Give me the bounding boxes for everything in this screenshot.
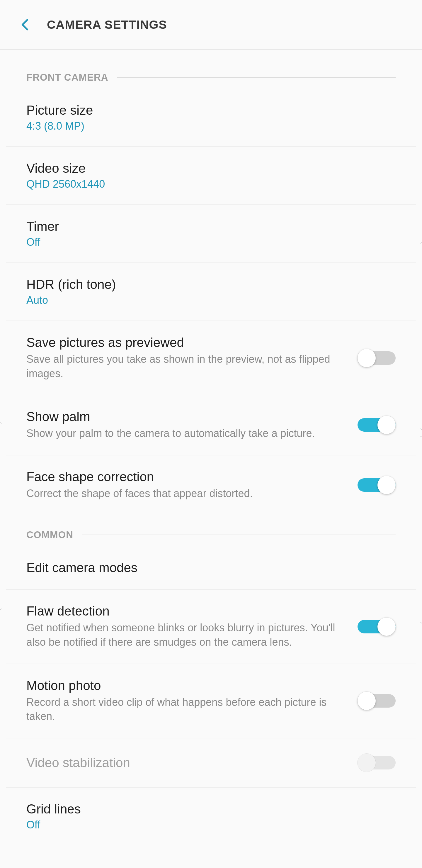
row-value: Off xyxy=(26,236,396,248)
row-show-palm[interactable]: Show palm Show your palm to the camera t… xyxy=(6,395,416,456)
row-video-size[interactable]: Video size QHD 2560x1440 xyxy=(6,147,416,205)
row-flaw-detection[interactable]: Flaw detection Get notified when someone… xyxy=(6,590,416,664)
row-title: Save pictures as previewed xyxy=(26,335,346,350)
row-title: Video stabilization xyxy=(26,755,346,770)
row-value: QHD 2560x1440 xyxy=(26,178,396,190)
toggle-video-stabilization xyxy=(358,752,396,773)
row-title: Picture size xyxy=(26,103,396,118)
row-description: Get notified when someone blinks or look… xyxy=(26,621,346,649)
toggle-flaw-detection[interactable] xyxy=(358,616,396,637)
edge-panel-handle-right[interactable] xyxy=(420,242,422,430)
section-header-common: COMMON xyxy=(6,515,416,546)
toggle-show-palm[interactable] xyxy=(358,415,396,435)
row-face-shape-correction[interactable]: Face shape correction Correct the shape … xyxy=(6,456,416,515)
row-title: Face shape correction xyxy=(26,469,346,484)
section-header-front-camera: FRONT CAMERA xyxy=(6,50,416,89)
settings-list: FRONT CAMERA Picture size 4:3 (8.0 MP) V… xyxy=(0,50,422,857)
row-description: Save all pictures you take as shown in t… xyxy=(26,352,346,381)
row-title: Grid lines xyxy=(26,802,396,816)
toggle-face-shape[interactable] xyxy=(358,475,396,495)
row-picture-size[interactable]: Picture size 4:3 (8.0 MP) xyxy=(6,89,416,147)
edge-panel-handle-right[interactable] xyxy=(420,436,422,623)
row-save-pictures-as-previewed[interactable]: Save pictures as previewed Save all pict… xyxy=(6,321,416,395)
row-timer[interactable]: Timer Off xyxy=(6,205,416,263)
row-video-stabilization: Video stabilization xyxy=(6,738,416,788)
row-description: Show your palm to the camera to automati… xyxy=(26,426,346,441)
section-label: FRONT CAMERA xyxy=(26,72,108,83)
row-title: Timer xyxy=(26,219,396,234)
back-icon[interactable] xyxy=(18,17,32,32)
row-description: Record a short video clip of what happen… xyxy=(26,695,346,724)
row-title: HDR (rich tone) xyxy=(26,277,396,292)
row-title: Show palm xyxy=(26,409,346,424)
row-value: Auto xyxy=(26,294,396,306)
row-value: 4:3 (8.0 MP) xyxy=(26,120,396,132)
app-header: CAMERA SETTINGS xyxy=(0,0,422,50)
row-title: Flaw detection xyxy=(26,604,346,618)
row-motion-photo[interactable]: Motion photo Record a short video clip o… xyxy=(6,664,416,738)
row-title: Video size xyxy=(26,161,396,176)
toggle-save-previewed[interactable] xyxy=(358,348,396,368)
edge-panel-handle-left[interactable] xyxy=(0,422,2,610)
row-hdr[interactable]: HDR (rich tone) Auto xyxy=(6,263,416,321)
divider xyxy=(117,77,396,78)
row-value: Off xyxy=(26,819,396,831)
row-description: Correct the shape of faces that appear d… xyxy=(26,487,346,501)
section-label: COMMON xyxy=(26,529,73,540)
row-title: Edit camera modes xyxy=(26,560,396,575)
divider xyxy=(82,535,396,535)
row-grid-lines[interactable]: Grid lines Off xyxy=(6,788,416,845)
row-edit-camera-modes[interactable]: Edit camera modes xyxy=(6,546,416,590)
row-title: Motion photo xyxy=(26,678,346,693)
toggle-motion-photo[interactable] xyxy=(358,690,396,711)
page-title: CAMERA SETTINGS xyxy=(47,18,167,32)
